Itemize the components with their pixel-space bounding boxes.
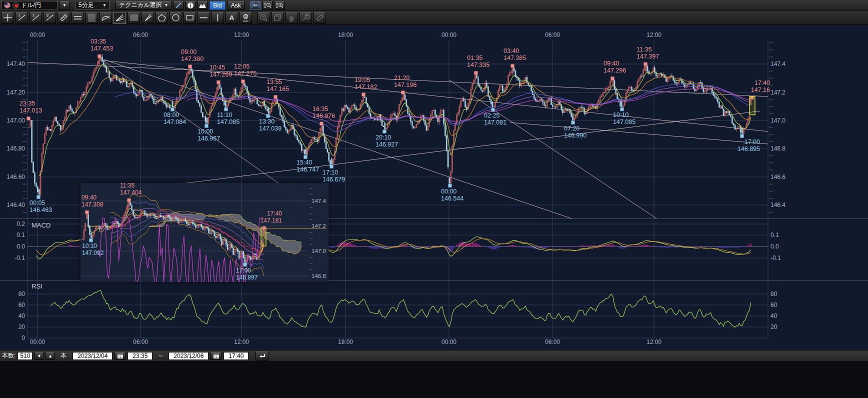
svg-text:13:30: 13:30 [259, 118, 274, 125]
icon-stamp-tool[interactable]: icon [240, 12, 252, 24]
svg-text:10:00: 10:00 [198, 128, 213, 135]
bar-count-label: 本数: [2, 352, 16, 360]
svg-text:147.181: 147.181 [260, 217, 282, 224]
chevron-down-icon: ▼ [102, 3, 106, 8]
svg-text:icon: icon [243, 20, 248, 22]
wrench-tool[interactable] [300, 12, 312, 24]
count-increase-button[interactable]: ▲ [46, 352, 54, 360]
svg-text:147.182: 147.182 [354, 84, 377, 90]
date-from-calendar-button[interactable] [114, 352, 126, 360]
svg-text:01:35: 01:35 [467, 54, 482, 62]
timeframe-label: 5分足 [78, 1, 94, 10]
technical-select-button[interactable]: テクニカル選択 ▼ [116, 1, 172, 10]
reset-range-button[interactable] [256, 352, 268, 360]
currency-pair-field[interactable]: ドル/円 [2, 1, 58, 10]
trendline-1-tool[interactable]: 1 [16, 12, 28, 24]
bid-label: Bid [213, 2, 222, 9]
chevron-down-icon: ▼ [62, 3, 66, 8]
ask-button[interactable]: Ask [228, 1, 244, 10]
svg-text:12:00: 12:00 [646, 338, 662, 346]
fibonacci-arc-tool[interactable] [100, 12, 112, 24]
ellipse-tool[interactable] [170, 12, 182, 24]
currency-pair-label: ドル/円 [21, 1, 41, 10]
svg-text:17:00: 17:00 [236, 267, 251, 274]
svg-text:146.8: 146.8 [312, 273, 326, 279]
zoom-in-button[interactable] [274, 1, 284, 10]
svg-text:20:10: 20:10 [376, 134, 391, 141]
copy-tool[interactable] [272, 12, 284, 24]
area-chart-button[interactable] [198, 1, 208, 10]
svg-text:146.6: 146.6 [770, 174, 786, 180]
svg-text:147.16: 147.16 [751, 86, 770, 94]
svg-text:80: 80 [770, 290, 778, 298]
svg-text:20: 20 [18, 324, 26, 330]
eraser-tool[interactable] [314, 12, 326, 24]
svg-text:00:00: 00:00 [30, 338, 45, 346]
svg-text:11:35: 11:35 [120, 183, 134, 189]
svg-text:08:00: 08:00 [164, 112, 179, 118]
time-to-input[interactable]: 17:40 [224, 352, 248, 360]
pair-dropdown-button[interactable]: ▼ [60, 1, 70, 10]
fx-chart-app: ドル/円 ▼ 5分足 ▼ テクニカル選択 ▼ i Bid Ask [0, 0, 868, 398]
svg-text:06:00: 06:00 [133, 32, 148, 38]
svg-text:147.269: 147.269 [210, 71, 232, 78]
vertical-line-tool[interactable] [212, 12, 224, 24]
parallel-lines-tool[interactable] [72, 12, 84, 24]
count-decrease-button[interactable]: ▼ [34, 352, 44, 360]
svg-text:147.092: 147.092 [82, 250, 104, 256]
trendline-2-tool[interactable]: 2 [30, 12, 42, 24]
pentagon-tool[interactable] [156, 12, 168, 24]
svg-text:21:20: 21:20 [394, 74, 410, 82]
autoscale-button[interactable] [250, 1, 260, 10]
fibonacci-fan-tool[interactable] [114, 12, 126, 24]
crosshair-tool[interactable] [2, 12, 14, 24]
technical-select-label: テクニカル選択 [119, 1, 162, 10]
svg-text:147.085: 147.085 [613, 118, 636, 126]
svg-text:147.196: 147.196 [394, 82, 416, 88]
svg-text:146.990: 146.990 [564, 132, 586, 139]
svg-text:2: 2 [32, 14, 34, 17]
ruler-tool[interactable] [58, 12, 70, 24]
svg-text:40: 40 [770, 312, 778, 320]
svg-text:06:00: 06:00 [545, 338, 560, 346]
zoom-out-button[interactable] [262, 1, 272, 10]
svg-text:0.1: 0.1 [16, 232, 25, 238]
draw-pencil-button[interactable] [174, 1, 184, 10]
multi-lines-tool[interactable] [86, 12, 98, 24]
inset-chart-svg[interactable]: 147.4147.2147.0146.809:40147.30811:35147… [80, 183, 328, 282]
time-from-input[interactable]: 23:35 [128, 352, 152, 360]
fibonacci-timezone-tool[interactable] [128, 12, 140, 24]
timeframe-select[interactable]: 5分足 ▼ [76, 1, 110, 10]
speed-line-tool[interactable] [142, 12, 154, 24]
svg-text:0.2: 0.2 [16, 220, 25, 228]
svg-text:15:40: 15:40 [296, 159, 312, 166]
bar-count-input[interactable]: 510 [18, 352, 32, 360]
svg-text:13:55: 13:55 [266, 78, 282, 86]
svg-text:00:00: 00:00 [30, 32, 45, 38]
rectangle-tool[interactable] [184, 12, 196, 24]
chevron-down-icon: ▼ [164, 3, 168, 8]
svg-text:-0.1: -0.1 [770, 254, 781, 262]
top-toolbar: ドル/円 ▼ 5分足 ▼ テクニカル選択 ▼ i Bid Ask [0, 0, 868, 11]
svg-text:147.397: 147.397 [636, 53, 659, 60]
date-to-input[interactable]: 2023/12/06 [168, 352, 208, 360]
info-button[interactable]: i [186, 1, 196, 10]
horizontal-line-tool[interactable] [198, 12, 210, 24]
bid-button[interactable]: Bid [210, 1, 225, 10]
calendar-icon [213, 353, 220, 359]
svg-text:0: 0 [22, 334, 25, 342]
history-undo-tool[interactable] [258, 12, 270, 24]
date-to-calendar-button[interactable] [210, 352, 222, 360]
trendline-3-tool[interactable]: 3 [44, 12, 56, 24]
chart-area[interactable]: 00:0000:0006:0006:0012:0012:0018:0018:00… [0, 25, 868, 350]
rsi-layer [50, 290, 751, 328]
inset-chart-window[interactable]: 147.4147.2147.0146.809:40147.30811:35147… [80, 183, 328, 282]
svg-text:11:35: 11:35 [636, 46, 652, 53]
svg-text:23:35: 23:35 [20, 100, 35, 107]
svg-text:146.976: 146.976 [312, 112, 335, 120]
hand-tool[interactable] [286, 12, 298, 24]
drawing-toolbar: 123Aicon [0, 11, 868, 25]
svg-text:1: 1 [18, 14, 20, 17]
date-from-input[interactable]: 2023/12/04 [72, 352, 112, 360]
text-tool[interactable]: A [226, 12, 238, 24]
